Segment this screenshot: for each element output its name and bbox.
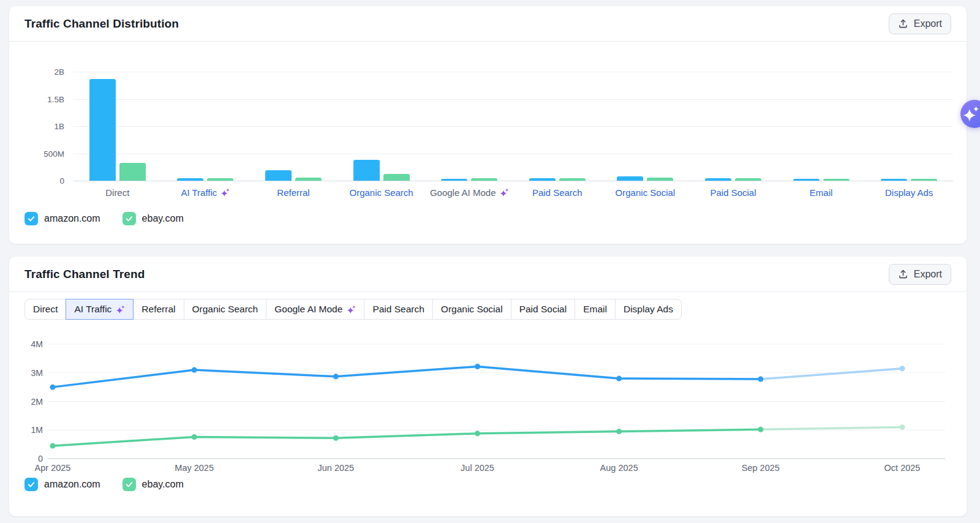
trend-export-button[interactable]: Export	[889, 264, 951, 285]
bar-amazon-com-organic-social[interactable]	[617, 176, 643, 181]
legend-item-amazon-com[interactable]: amazon.com	[24, 478, 100, 491]
category-label-organic-social[interactable]: Organic Social	[616, 187, 676, 198]
data-point-amazon-com-jun-2025[interactable]	[333, 374, 339, 379]
export-label: Export	[914, 269, 942, 280]
category-text: AI Traffic	[181, 187, 217, 198]
data-point-ebay-com-jul-2025[interactable]	[475, 431, 480, 436]
checkbox-ebay-com[interactable]	[123, 212, 136, 225]
y-axis-tick: 3M	[31, 368, 43, 378]
gridline	[74, 72, 953, 72]
data-point-ebay-com-apr-2025[interactable]	[50, 443, 56, 448]
bar-ebay-com-paid-search[interactable]	[559, 178, 586, 181]
bar-ebay-com-paid-social[interactable]	[735, 178, 761, 181]
trend-chart-area: DirectAI TrafficReferralOrganic SearchGo…	[9, 292, 967, 516]
x-axis-label-aug-2025: Aug 2025	[600, 463, 638, 473]
tab-ai-traffic[interactable]: AI Traffic	[66, 299, 134, 320]
distribution-title: Traffic Channel Distribution	[24, 17, 179, 31]
bar-ebay-com-organic-social[interactable]	[647, 178, 673, 181]
bar-amazon-com-paid-social[interactable]	[705, 178, 731, 181]
bar-ebay-com-referral[interactable]	[295, 178, 322, 181]
legend-item-ebay-com[interactable]: ebay.com	[123, 478, 184, 491]
data-point-amazon-com-sep-2025[interactable]	[758, 377, 763, 382]
distribution-bar-chart: amazon.comebay.com 0500M1B1.5B2BDirectAI…	[9, 42, 967, 244]
check-icon	[27, 214, 36, 223]
category-text: Display Ads	[885, 187, 933, 198]
legend-item-ebay-com[interactable]: ebay.com	[123, 212, 184, 225]
sparkle-icon	[962, 106, 979, 122]
bar-amazon-com-organic-search[interactable]	[353, 160, 380, 181]
traffic-channel-trend-card: Traffic Channel Trend Export DirectAI Tr…	[9, 257, 967, 516]
x-axis-label-may-2025: May 2025	[175, 463, 214, 473]
legend-item-amazon-com[interactable]: amazon.com	[24, 212, 100, 225]
traffic-channel-distribution-card: Traffic Channel Distribution Export amaz…	[9, 6, 967, 244]
bar-amazon-com-display-ads[interactable]	[881, 179, 907, 181]
data-point-amazon-com-oct-2025[interactable]	[900, 366, 905, 371]
data-point-ebay-com-sep-2025[interactable]	[758, 427, 763, 432]
bar-amazon-com-google-ai-mode[interactable]	[441, 179, 467, 181]
legend-label: amazon.com	[44, 213, 100, 224]
data-point-amazon-com-jul-2025[interactable]	[475, 364, 480, 369]
bar-amazon-com-referral[interactable]	[265, 170, 292, 181]
y-axis-tick: 0	[38, 454, 43, 464]
bar-ebay-com-direct[interactable]	[119, 163, 146, 181]
y-axis-tick: 4M	[31, 339, 43, 349]
category-label-paid-search[interactable]: Paid Search	[532, 187, 582, 198]
legend-label: amazon.com	[44, 479, 100, 490]
category-label-paid-social[interactable]: Paid Social	[710, 187, 756, 198]
data-point-ebay-com-aug-2025[interactable]	[616, 429, 622, 434]
bar-ebay-com-organic-search[interactable]	[383, 174, 410, 181]
data-point-amazon-com-aug-2025[interactable]	[616, 376, 622, 382]
data-point-amazon-com-may-2025[interactable]	[192, 367, 197, 373]
category-label-email[interactable]: Email	[810, 187, 833, 198]
export-icon	[898, 269, 908, 279]
category-text: Paid Search	[532, 187, 582, 198]
category-label-organic-search[interactable]: Organic Search	[349, 187, 413, 198]
category-text: Organic Search	[349, 187, 413, 198]
data-point-ebay-com-may-2025[interactable]	[192, 434, 197, 440]
check-icon	[125, 214, 134, 223]
checkbox-amazon-com[interactable]	[24, 478, 38, 491]
check-icon	[27, 480, 36, 489]
bar-ebay-com-google-ai-mode[interactable]	[471, 178, 497, 181]
y-axis-tick: 2M	[31, 397, 43, 407]
category-label-referral[interactable]: Referral	[277, 187, 309, 198]
bar-amazon-com-paid-search[interactable]	[529, 178, 556, 181]
bar-amazon-com-email[interactable]	[793, 179, 820, 181]
x-axis-label-sep-2025: Sep 2025	[742, 463, 780, 473]
x-axis-label-jun-2025: Jun 2025	[317, 463, 354, 473]
distribution-export-button[interactable]: Export	[889, 13, 951, 34]
bar-ebay-com-display-ads[interactable]	[911, 179, 937, 181]
trend-line-amazon-com	[53, 366, 761, 387]
sparkle-icon	[116, 305, 125, 314]
x-axis-label-apr-2025: Apr 2025	[35, 463, 71, 473]
bar-ebay-com-email[interactable]	[823, 179, 850, 181]
x-axis-label-oct-2025: Oct 2025	[884, 463, 921, 473]
data-point-ebay-com-jun-2025[interactable]	[333, 435, 339, 441]
data-point-ebay-com-oct-2025[interactable]	[900, 424, 905, 430]
category-text: Paid Social	[710, 187, 756, 198]
forecast-line-amazon-com	[761, 369, 902, 379]
category-text: Email	[810, 187, 833, 198]
y-axis-tick: 1.5B	[9, 94, 64, 103]
trend-line-ebay-com	[53, 429, 761, 446]
bar-amazon-com-direct[interactable]	[89, 79, 116, 181]
gridline	[74, 154, 953, 154]
category-label-ai-traffic[interactable]: AI Traffic	[181, 187, 230, 198]
checkbox-amazon-com[interactable]	[24, 212, 38, 225]
bar-amazon-com-ai-traffic[interactable]	[177, 178, 203, 181]
category-text: Google AI Mode	[430, 187, 496, 198]
legend-label: ebay.com	[142, 479, 184, 490]
category-label-display-ads[interactable]: Display Ads	[885, 187, 933, 198]
forecast-line-ebay-com	[761, 427, 902, 430]
x-axis-label-jul-2025: Jul 2025	[461, 463, 494, 473]
category-label-google-ai-mode: Google AI Mode	[430, 187, 509, 198]
export-icon	[898, 18, 908, 29]
sparkle-icon	[221, 188, 230, 197]
distribution-legend: amazon.comebay.com	[24, 212, 184, 225]
data-point-amazon-com-apr-2025[interactable]	[50, 385, 56, 390]
y-axis-tick: 500M	[9, 149, 64, 158]
bar-ebay-com-ai-traffic[interactable]	[207, 178, 233, 181]
gridline	[74, 126, 953, 127]
distribution-card-header: Traffic Channel Distribution Export	[9, 6, 967, 42]
checkbox-ebay-com[interactable]	[123, 478, 136, 491]
